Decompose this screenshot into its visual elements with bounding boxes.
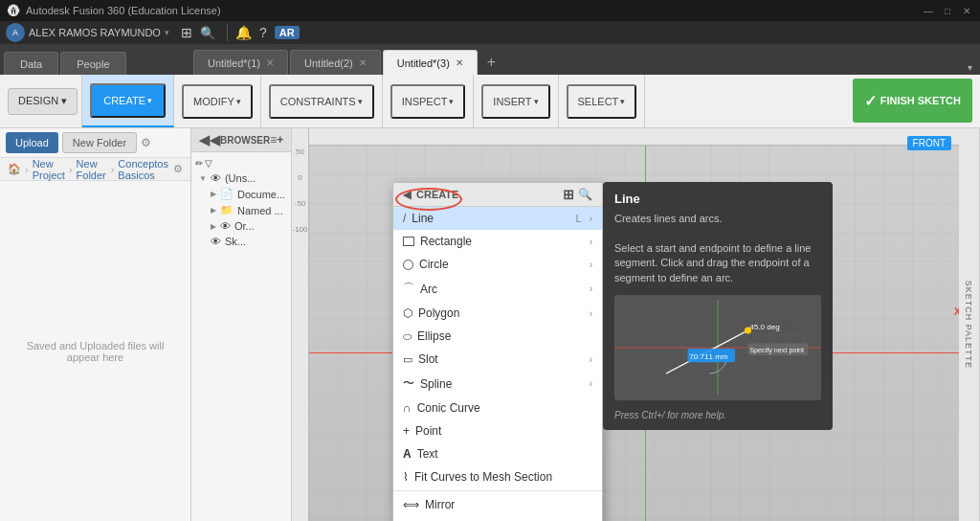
browser-item-doc[interactable]: ▶ 📄 Docume...	[195, 186, 287, 202]
menu-item-text[interactable]: A Text	[393, 442, 602, 465]
new-folder-button[interactable]: New Folder	[62, 132, 137, 153]
browser-item-named-label: Named ...	[237, 205, 283, 216]
menu-item-ellipse[interactable]: ⬭ Ellipse	[393, 325, 602, 348]
browser-item-root[interactable]: ▼ 👁 (Uns...	[195, 170, 287, 186]
eye-icon2[interactable]: 👁	[220, 220, 231, 232]
named-icon: 📁	[220, 204, 234, 216]
chevron-right-icon2: ▶	[211, 206, 216, 215]
tab-untitled3-close[interactable]: ✕	[456, 57, 463, 68]
tab-data[interactable]: Data	[4, 52, 58, 75]
insert-dropdown-button[interactable]: INSERT ▾	[481, 84, 549, 119]
ruler-left: 500-50-100	[292, 128, 309, 521]
menu-item-line[interactable]: / Line L ›	[393, 207, 602, 230]
help-icon[interactable]: ?	[259, 25, 267, 40]
empty-files-message: Saved and Uploaded files will appear her…	[0, 181, 190, 521]
settings-icon[interactable]: ⚙	[141, 136, 151, 149]
titlebar: 🅐 Autodesk Fusion 360 (Education License…	[0, 0, 980, 21]
create-section: CREATE ▾	[82, 75, 174, 127]
browser-add-icon[interactable]: +	[277, 133, 283, 147]
create-arrow-icon: ▾	[147, 96, 152, 105]
browser-pencil-icon[interactable]: ✏	[195, 158, 203, 169]
menu-item-fit-curves[interactable]: ⌇ Fit Curves to Mesh Section	[393, 465, 602, 488]
create-menu-search-icon[interactable]: 🔍	[578, 188, 592, 201]
insert-section: INSERT ▾	[474, 75, 558, 127]
polygon-icon: ⬡	[403, 306, 412, 320]
close-button[interactable]: ✕	[961, 5, 972, 16]
eye-icon3[interactable]: 👁	[211, 236, 221, 247]
finish-sketch-button[interactable]: ✓ FINISH SKETCH	[853, 79, 972, 123]
menu-item-spline[interactable]: 〜 Spline ›	[393, 371, 602, 396]
home-icon[interactable]: 🏠	[8, 163, 21, 175]
create-menu-title: CREATE	[416, 189, 563, 200]
browser-options-icon[interactable]: ≡	[270, 133, 277, 147]
text-icon: A	[403, 447, 412, 461]
breadcrumb-new-folder[interactable]: New Folder	[77, 158, 107, 181]
constraints-dropdown-button[interactable]: CONSTRAINTS ▾	[269, 84, 374, 119]
create-menu-expand-icon[interactable]: ⊞	[563, 187, 574, 202]
titlebar-left: 🅐 Autodesk Fusion 360 (Education License…	[8, 4, 221, 18]
user-badge: AR	[275, 26, 300, 39]
restore-button[interactable]: □	[942, 5, 953, 16]
apps-icon[interactable]: ⊞	[181, 25, 192, 40]
browser-label: BROWSER	[220, 135, 270, 146]
minimize-button[interactable]: —	[923, 5, 934, 16]
browser-expand-all-icon[interactable]: ▽	[205, 158, 212, 169]
browser-item-or[interactable]: ▶ 👁 Or...	[195, 218, 287, 234]
line-icon: /	[403, 212, 406, 225]
tooltip-help: Press Ctrl+/ for more help.	[614, 410, 821, 420]
menu-item-slot-label: Slot	[418, 352, 438, 366]
tab-untitled2-close[interactable]: ✕	[359, 57, 367, 68]
tab-untitled1[interactable]: Untitled*(1) ✕	[193, 50, 288, 75]
select-dropdown-button[interactable]: SELECT ▾	[567, 84, 637, 119]
select-arrow-icon: ▾	[620, 97, 625, 106]
svg-point-10	[745, 327, 751, 333]
user-name[interactable]: ALEX RAMOS RAYMUNDO	[29, 27, 161, 38]
new-folder-label: New Folder	[73, 137, 126, 148]
breadcrumb-new-project[interactable]: New Project	[33, 158, 65, 181]
browser-item-named[interactable]: ▶ 📁 Named ...	[195, 202, 287, 218]
tab-untitled2[interactable]: Untitled(2) ✕	[290, 50, 381, 75]
browser-item-doc-label: Docume...	[237, 189, 285, 200]
upload-label: Upload	[15, 137, 49, 148]
create-dropdown-button[interactable]: CREATE ▾	[90, 83, 166, 118]
doc-icon: 📄	[220, 188, 234, 200]
window-controls[interactable]: — □ ✕	[923, 5, 972, 16]
notifications-icon[interactable]: 🔔	[235, 25, 252, 40]
tab-dropdown-icon[interactable]: ▾	[968, 62, 972, 73]
slot-icon: ▭	[403, 353, 412, 366]
menu-item-circle[interactable]: Circle ›	[393, 253, 602, 276]
modify-dropdown-button[interactable]: MODIFY ▾	[182, 84, 253, 119]
search-icon[interactable]: 🔍	[200, 26, 215, 40]
menu-item-slot[interactable]: ▭ Slot ›	[393, 348, 602, 371]
create-menu-header: ◀ CREATE ⊞ 🔍	[393, 183, 602, 207]
tooltip-preview: 45.0 deg 70.711 mm Specify next point	[614, 295, 821, 400]
design-dropdown-button[interactable]: DESIGN ▾	[8, 88, 78, 115]
menu-item-conic[interactable]: ∩ Conic Curve	[393, 396, 602, 419]
browser-item-or-label: Or...	[234, 220, 255, 232]
eye-icon[interactable]: 👁	[211, 172, 221, 184]
user-dropdown-icon[interactable]: ▾	[165, 28, 169, 37]
tab-untitled1-close[interactable]: ✕	[266, 57, 274, 68]
menu-item-polygon[interactable]: ⬡ Polygon ›	[393, 302, 602, 325]
breadcrumb-settings-icon[interactable]: ⚙	[173, 163, 183, 175]
menu-item-circular[interactable]: ↻ Circular Pattern	[393, 516, 602, 521]
inspect-dropdown-button[interactable]: INSPECT ▾	[390, 84, 466, 119]
inspect-section: INSPECT ▾	[383, 75, 475, 127]
menu-item-rectangle[interactable]: Rectangle ›	[393, 230, 602, 253]
browser-item-sk[interactable]: 👁 Sk...	[195, 234, 287, 249]
tab-people[interactable]: People	[60, 52, 125, 75]
tooltip-popup: Line Creates lines and arcs. Select a st…	[603, 182, 833, 430]
upload-button[interactable]: Upload	[6, 132, 58, 153]
breadcrumb-conceptos[interactable]: Conceptos Basicos	[118, 158, 169, 181]
select-section: SELECT ▾	[559, 75, 646, 127]
menu-item-mirror[interactable]: ⟺ Mirror	[393, 493, 602, 516]
browser-collapse-icon[interactable]: ◀◀	[199, 132, 220, 147]
new-tab-button[interactable]: +	[479, 54, 503, 71]
menu-item-conic-label: Conic Curve	[417, 401, 480, 415]
tab-untitled3[interactable]: Untitled*(3) ✕	[383, 50, 478, 75]
create-menu-back-icon[interactable]: ◀	[403, 189, 411, 201]
menu-item-polygon-label: Polygon	[418, 306, 459, 320]
menu-item-arc[interactable]: ⌒ Arc ›	[393, 276, 602, 302]
chevron-down-icon: ▼	[199, 174, 207, 183]
menu-item-point[interactable]: + Point	[393, 419, 602, 442]
